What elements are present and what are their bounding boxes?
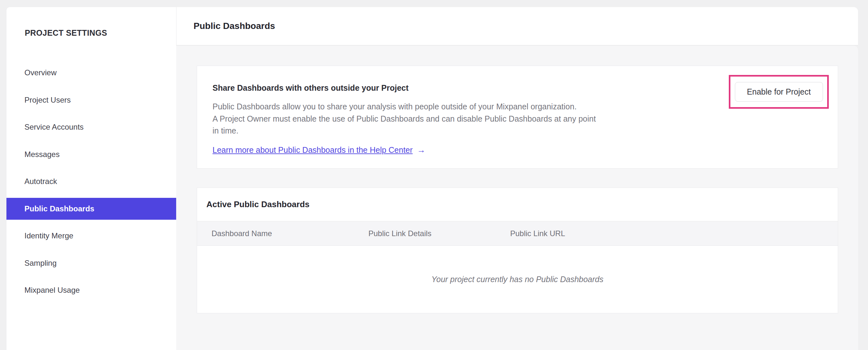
column-header-public-link-url: Public Link URL — [510, 221, 565, 245]
help-center-link-row: Learn more about Public Dashboards in th… — [213, 145, 426, 155]
dashboards-table-header: Dashboard Name Public Link Details Publi… — [197, 221, 838, 246]
empty-state-message: Your project currently has no Public Das… — [197, 246, 838, 313]
sidebar-item-label: Messages — [25, 150, 60, 159]
sidebar-item-messages[interactable]: Messages — [6, 144, 176, 165]
description-line: Public Dashboards allow you to share you… — [213, 101, 596, 113]
sidebar-item-autotrack[interactable]: Autotrack — [6, 171, 176, 193]
sidebar-item-sampling[interactable]: Sampling — [6, 252, 176, 274]
sidebar-item-label: Mixpanel Usage — [25, 286, 80, 295]
description-line: A Project Owner must enable the use of P… — [213, 113, 596, 125]
sidebar-item-label: Overview — [25, 68, 57, 77]
sidebar-item-overview[interactable]: Overview — [6, 62, 176, 84]
sidebar-item-label: Autotrack — [25, 177, 57, 186]
share-card-description: Public Dashboards allow you to share you… — [213, 101, 596, 137]
sidebar-item-service-accounts[interactable]: Service Accounts — [6, 116, 176, 138]
sidebar-item-label: Project Users — [25, 95, 71, 105]
column-header-dashboard-name: Dashboard Name — [212, 221, 272, 245]
highlight-annotation-box: Enable for Project — [729, 75, 829, 109]
enable-for-project-button[interactable]: Enable for Project — [735, 82, 823, 101]
share-card-heading: Share Dashboards with others outside you… — [213, 83, 409, 93]
arrow-right-icon: → — [417, 145, 426, 155]
sidebar-item-public-dashboards[interactable]: Public Dashboards — [6, 198, 176, 220]
column-header-public-link-details: Public Link Details — [368, 221, 431, 245]
sidebar-item-label: Sampling — [25, 259, 57, 268]
active-dashboards-card: Active Public Dashboards Dashboard Name … — [197, 187, 838, 313]
description-line: in time. — [213, 125, 596, 137]
help-center-link[interactable]: Learn more about Public Dashboards in th… — [213, 145, 413, 155]
sidebar-item-label: Identity Merge — [25, 231, 73, 240]
page-header: Public Dashboards — [176, 7, 858, 46]
page-title: Public Dashboards — [193, 7, 275, 45]
sidebar-item-mixpanel-usage[interactable]: Mixpanel Usage — [6, 279, 176, 301]
share-dashboards-card: Share Dashboards with others outside you… — [197, 66, 838, 169]
sidebar-item-identity-merge[interactable]: Identity Merge — [6, 225, 176, 247]
sidebar-item-label: Service Accounts — [25, 122, 84, 132]
main-content: Share Dashboards with others outside you… — [176, 46, 858, 350]
settings-nav: Overview Project Users Service Accounts … — [6, 62, 176, 307]
settings-sidebar: PROJECT SETTINGS Overview Project Users … — [6, 7, 176, 350]
sidebar-item-label: Public Dashboards — [25, 204, 94, 213]
active-card-title: Active Public Dashboards — [207, 200, 310, 209]
sidebar-title: PROJECT SETTINGS — [25, 28, 107, 38]
project-settings-page: PROJECT SETTINGS Overview Project Users … — [0, 0, 868, 350]
sidebar-item-project-users[interactable]: Project Users — [6, 89, 176, 111]
